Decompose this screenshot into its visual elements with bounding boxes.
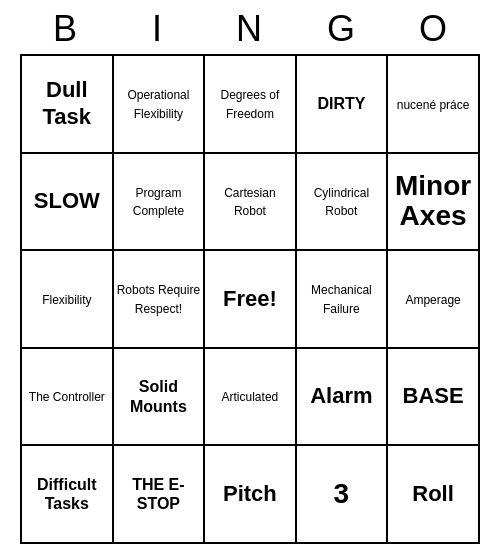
header-letter: B [20,8,112,50]
cell-text: Free! [223,286,277,311]
table-row: SLOWProgram CompleteCartesian RobotCylin… [21,153,479,251]
table-cell: Alarm [296,348,388,446]
table-cell: The Controller [21,348,113,446]
table-row: FlexibilityRobots Require Respect!Free!M… [21,250,479,348]
table-cell: Flexibility [21,250,113,348]
table-cell: Pitch [204,445,295,543]
cell-text: Robots Require Respect! [117,283,200,316]
cell-text: Operational Flexibility [127,88,189,121]
table-cell: Roll [387,445,479,543]
table-row: Difficult TasksTHE E-STOPPitch3Roll [21,445,479,543]
table-row: The ControllerSolid MountsArticulatedAla… [21,348,479,446]
cell-text: 3 [334,478,350,509]
table-cell: BASE [387,348,479,446]
table-cell: THE E-STOP [113,445,205,543]
table-cell: Degrees of Freedom [204,55,295,153]
cell-text: THE E-STOP [132,476,184,512]
table-cell: nucené práce [387,55,479,153]
cell-text: The Controller [29,390,105,404]
cell-text: DIRTY [317,95,365,112]
cell-text: Roll [412,481,454,506]
table-cell: DIRTY [296,55,388,153]
cell-text: Dull Task [43,77,92,128]
table-cell: SLOW [21,153,113,251]
cell-text: Cylindrical Robot [314,186,369,219]
cell-text: Amperage [405,293,460,307]
table-cell: Dull Task [21,55,113,153]
cell-text: nucené práce [397,98,470,112]
cell-text: BASE [403,383,464,408]
cell-text: Solid Mounts [130,378,187,414]
header-letter: N [204,8,296,50]
table-cell: Cartesian Robot [204,153,295,251]
cell-text: Flexibility [42,293,91,307]
cell-text: Pitch [223,481,277,506]
bingo-table: Dull TaskOperational FlexibilityDegrees … [20,54,480,544]
table-cell: Program Complete [113,153,205,251]
bingo-header: BINGO [20,8,480,50]
cell-text: Articulated [222,390,279,404]
cell-text: Mechanical Failure [311,283,372,316]
table-cell: Free! [204,250,295,348]
table-row: Dull TaskOperational FlexibilityDegrees … [21,55,479,153]
table-cell: Operational Flexibility [113,55,205,153]
table-cell: Solid Mounts [113,348,205,446]
table-cell: Amperage [387,250,479,348]
table-cell: Cylindrical Robot [296,153,388,251]
cell-text: Alarm [310,383,372,408]
cell-text: Difficult Tasks [37,476,97,512]
table-cell: Robots Require Respect! [113,250,205,348]
header-letter: I [112,8,204,50]
header-letter: G [296,8,388,50]
header-letter: O [388,8,480,50]
table-cell: 3 [296,445,388,543]
cell-text: Program Complete [133,186,184,219]
cell-text: Minor Axes [395,170,471,232]
cell-text: SLOW [34,188,100,213]
table-cell: Mechanical Failure [296,250,388,348]
cell-text: Degrees of Freedom [221,88,280,121]
cell-text: Cartesian Robot [224,186,275,219]
table-cell: Articulated [204,348,295,446]
table-cell: Minor Axes [387,153,479,251]
table-cell: Difficult Tasks [21,445,113,543]
